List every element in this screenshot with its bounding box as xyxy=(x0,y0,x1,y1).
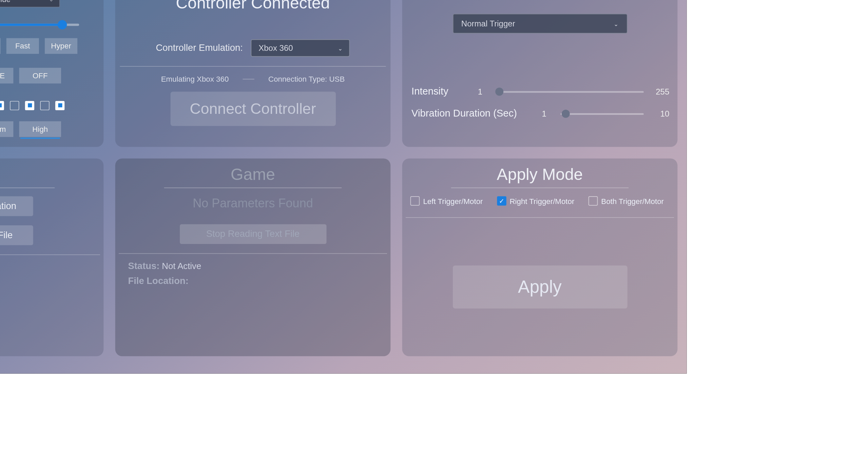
panel-title: Text File xyxy=(0,165,55,188)
game-message: No Parameters Found xyxy=(123,196,383,210)
panel-controller-mode: Controller Mode Normal Trigger⌄ Intensit… xyxy=(402,0,678,147)
mic-off[interactable]: OFF xyxy=(19,68,61,83)
duration-max: 10 xyxy=(652,109,669,118)
intensity-slider[interactable] xyxy=(497,91,644,93)
connection-status-text: Controller Connected xyxy=(123,0,383,13)
game-status: Status:Not Active xyxy=(128,261,382,271)
rainbow-fast[interactable]: Fast xyxy=(6,38,39,54)
stop-reading-text-file-button[interactable]: Stop Reading Text File xyxy=(0,225,33,245)
touchpad-color-dropdown[interactable]: Blue⌄ xyxy=(0,0,60,7)
apply-button[interactable]: Apply xyxy=(452,266,627,309)
pbright-medium[interactable]: Medium xyxy=(0,121,13,137)
rainbow-hyper[interactable]: Hyper xyxy=(45,38,77,54)
intensity-label: Intensity xyxy=(411,86,470,97)
panel-text-file: Text File Select Text File Location Stop… xyxy=(0,159,103,356)
emulation-label: Controller Emulation: xyxy=(156,43,243,53)
panel-controller-led: Controller LED Touchpad LED Static Color… xyxy=(0,0,103,147)
mic-pulse[interactable]: PULSE xyxy=(0,68,13,83)
rainbow-medium[interactable]: Medium xyxy=(0,38,1,54)
connection-type-text: Connection Type: USB xyxy=(268,75,345,84)
select-text-file-button[interactable]: Select Text File Location xyxy=(0,196,33,216)
panel-title: Apply Mode xyxy=(451,165,629,188)
panel-connection-status: Connection Status Controller Connected C… xyxy=(115,0,391,147)
intensity-min: 1 xyxy=(478,87,488,96)
emulation-dropdown[interactable]: Xbox 360⌄ xyxy=(251,39,350,57)
connect-controller-button[interactable]: Connect Controller xyxy=(170,91,335,126)
duration-min: 1 xyxy=(542,109,552,118)
textfile-status: Status:Not Active xyxy=(0,262,95,272)
player-led-check-4[interactable] xyxy=(40,101,49,110)
intensity-max: 255 xyxy=(652,87,669,96)
textfile-location: File Location: xyxy=(0,277,95,288)
panel-apply-mode: Apply Mode Left Trigger/Motor ✓Right Tri… xyxy=(402,159,678,356)
left-trigger-check[interactable]: Left Trigger/Motor xyxy=(410,196,483,205)
emulating-text: Emulating Xbox 360 xyxy=(161,75,229,84)
right-trigger-check[interactable]: ✓Right Trigger/Motor xyxy=(497,196,575,205)
both-trigger-check[interactable]: Both Trigger/Motor xyxy=(589,196,664,205)
pbright-high[interactable]: High xyxy=(19,121,61,137)
player-led-check-2[interactable] xyxy=(10,101,19,110)
player-led-check-1[interactable] xyxy=(0,101,4,110)
game-location: File Location: xyxy=(128,276,382,286)
player-led-check-3[interactable] xyxy=(25,101,34,110)
brightness-slider[interactable] xyxy=(0,24,79,26)
game-stop-reading-button[interactable]: Stop Reading Text File xyxy=(179,224,326,244)
duration-label: Vibration Duration (Sec) xyxy=(411,108,534,119)
player-led-check-5[interactable] xyxy=(55,101,64,110)
trigger-mode-dropdown[interactable]: Normal Trigger⌄ xyxy=(452,14,627,33)
duration-slider[interactable] xyxy=(560,113,643,115)
panel-game: Game No Parameters Found Stop Reading Te… xyxy=(115,159,391,356)
panel-title: Game xyxy=(164,165,342,188)
